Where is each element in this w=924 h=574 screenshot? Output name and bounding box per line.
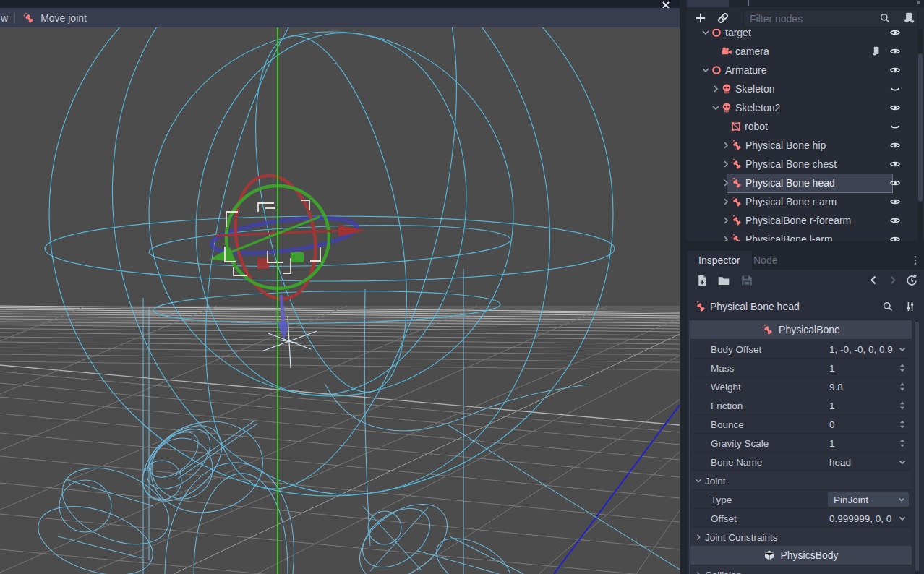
group-joint[interactable]: Joint bbox=[690, 471, 912, 490]
group-joint-constraints[interactable]: Joint Constraints bbox=[690, 527, 912, 547]
tree-item-label[interactable]: Armature bbox=[725, 64, 767, 76]
property-row-mass[interactable]: Mass 1 bbox=[690, 358, 912, 377]
visibility-toggle[interactable] bbox=[889, 121, 901, 132]
joint-type-select[interactable]: PinJoint bbox=[828, 492, 909, 507]
chevron-down-icon[interactable] bbox=[700, 29, 711, 38]
tree-row-target[interactable]: target bbox=[687, 29, 924, 42]
dots-menu-icon[interactable] bbox=[910, 254, 921, 266]
spin-icon[interactable] bbox=[897, 362, 908, 374]
group-collision[interactable]: Collision bbox=[690, 565, 912, 574]
search-properties-icon[interactable] bbox=[882, 301, 894, 312]
visibility-toggle[interactable] bbox=[889, 29, 901, 38]
tab-inspector[interactable]: Inspector bbox=[687, 251, 752, 270]
spin-icon[interactable] bbox=[897, 381, 908, 393]
dropdown-icon[interactable] bbox=[897, 456, 908, 468]
spin-icon[interactable] bbox=[897, 437, 908, 449]
chevron-right-icon[interactable] bbox=[710, 83, 722, 95]
visibility-toggle[interactable] bbox=[889, 234, 901, 241]
tree-scrollbar-grabber[interactable] bbox=[918, 53, 923, 202]
history-forward-icon[interactable] bbox=[886, 274, 899, 286]
object-history-icon[interactable] bbox=[905, 274, 918, 287]
dropdown-icon[interactable] bbox=[897, 513, 908, 524]
visibility-toggle[interactable] bbox=[889, 64, 901, 76]
spin-icon[interactable] bbox=[897, 400, 908, 411]
instance-scene-button[interactable] bbox=[715, 10, 731, 26]
script-badge[interactable] bbox=[870, 46, 882, 57]
property-value[interactable]: 9.8 bbox=[829, 382, 843, 393]
chevron-right-icon[interactable] bbox=[720, 140, 732, 151]
chevron-right-icon[interactable] bbox=[720, 158, 732, 170]
tree-item-label[interactable]: Physical Bone head bbox=[745, 177, 835, 189]
property-row-body-offset[interactable]: Body Offset 1, -0, -0, 0, 0.9 bbox=[690, 339, 912, 359]
category-physicsbody[interactable]: PhysicsBody bbox=[690, 546, 912, 565]
property-row-joint-type[interactable]: Type PinJoint bbox=[690, 489, 912, 509]
tree-row-physical-bone-chest[interactable]: Physical Bone chest bbox=[687, 155, 924, 174]
tree-item-label[interactable]: PhysicalBone r-forearm bbox=[745, 215, 851, 226]
new-resource-icon[interactable] bbox=[696, 274, 709, 287]
spin-icon[interactable] bbox=[897, 419, 908, 430]
tree-row-skeleton2[interactable]: Skeleton2 bbox=[687, 98, 924, 117]
history-back-icon[interactable] bbox=[868, 274, 880, 286]
property-value[interactable]: 0 bbox=[829, 419, 835, 430]
property-row-bone-name[interactable]: Bone Name head bbox=[690, 452, 912, 471]
tree-row-physical-bone-head[interactable]: Physical Bone head bbox=[687, 174, 924, 192]
tree-item-label[interactable]: Physical Bone hip bbox=[745, 140, 826, 151]
property-row-weight[interactable]: Weight 9.8 bbox=[690, 377, 912, 396]
property-row-joint-offset[interactable]: Offset 0.999999, 0, 0 bbox=[690, 508, 912, 528]
property-row-bounce[interactable]: Bounce 0 bbox=[690, 414, 912, 434]
gizmo-green-handle[interactable] bbox=[291, 252, 304, 262]
gizmo-x-ring[interactable] bbox=[226, 169, 325, 305]
category-physicalbone[interactable]: PhysicalBone bbox=[690, 320, 912, 339]
inspector-scrollbar-grabber[interactable] bbox=[915, 322, 919, 571]
tree-row-robot[interactable]: robot bbox=[687, 117, 924, 136]
tree-item-label[interactable]: camera bbox=[735, 46, 769, 57]
tree-item-label[interactable]: target bbox=[725, 29, 751, 38]
visibility-toggle[interactable] bbox=[889, 177, 901, 189]
tree-item-label[interactable]: PhysicalBone l-arm bbox=[745, 234, 833, 241]
tree-row-physicalbone-r-forearm[interactable]: PhysicalBone r-forearm bbox=[687, 211, 924, 230]
tree-row-camera[interactable]: camera bbox=[687, 42, 924, 61]
tree-item-label[interactable]: Physical Bone chest bbox=[745, 158, 837, 170]
tree-row-armature[interactable]: Armature bbox=[687, 61, 924, 80]
add-node-button[interactable] bbox=[693, 10, 709, 26]
visibility-toggle[interactable] bbox=[889, 215, 901, 226]
save-resource-icon[interactable] bbox=[740, 274, 753, 287]
partial-menu-text[interactable]: w bbox=[1, 12, 8, 24]
chevron-down-icon[interactable] bbox=[710, 102, 722, 113]
tree-item-label[interactable]: Physical Bone r-arm bbox=[745, 196, 837, 207]
viewport-canvas[interactable] bbox=[0, 27, 680, 574]
inspector-scrollbar[interactable] bbox=[915, 320, 919, 574]
property-value[interactable]: head bbox=[829, 457, 851, 468]
3d-viewport[interactable] bbox=[0, 27, 680, 574]
tree-row-physical-bone-r-arm[interactable]: Physical Bone r-arm bbox=[687, 192, 924, 211]
visibility-toggle[interactable] bbox=[889, 158, 901, 170]
tree-item-label[interactable]: Skeleton2 bbox=[735, 102, 780, 113]
filter-nodes-input[interactable] bbox=[743, 9, 918, 27]
visibility-toggle[interactable] bbox=[889, 196, 901, 207]
visibility-toggle[interactable] bbox=[889, 140, 901, 151]
tree-row-skeleton[interactable]: Skeleton bbox=[687, 80, 924, 98]
property-value[interactable]: 1 bbox=[829, 363, 835, 374]
visibility-toggle[interactable] bbox=[889, 102, 901, 113]
visibility-toggle[interactable] bbox=[889, 46, 901, 57]
tree-scrollbar[interactable] bbox=[918, 29, 923, 241]
chevron-right-icon[interactable] bbox=[720, 215, 732, 226]
tree-item-label[interactable]: Skeleton bbox=[735, 83, 774, 95]
attach-script-button[interactable] bbox=[901, 10, 917, 26]
property-row-gravity-scale[interactable]: Gravity Scale 1 bbox=[690, 433, 912, 453]
chevron-right-icon[interactable] bbox=[720, 177, 732, 189]
tree-row-physical-bone-hip[interactable]: Physical Bone hip bbox=[687, 136, 924, 155]
chevron-right-icon[interactable] bbox=[720, 196, 732, 207]
visibility-toggle[interactable] bbox=[889, 83, 901, 95]
rotation-gizmo[interactable] bbox=[210, 169, 365, 305]
property-value[interactable]: 0.999999, 0, 0 bbox=[829, 513, 891, 524]
tab-node[interactable]: Node bbox=[753, 251, 777, 270]
tree-row-physicalbone-l-arm[interactable]: PhysicalBone l-arm bbox=[687, 230, 924, 241]
property-value[interactable]: 1 bbox=[829, 400, 835, 411]
property-value[interactable]: 1, -0, -0, 0, 0.9 bbox=[829, 344, 893, 355]
object-tools-icon[interactable] bbox=[904, 301, 916, 312]
dropdown-icon[interactable] bbox=[897, 343, 908, 355]
property-row-friction[interactable]: Friction 1 bbox=[690, 395, 912, 415]
chevron-right-icon[interactable] bbox=[720, 234, 732, 241]
tree-item-label[interactable]: robot bbox=[745, 121, 768, 132]
